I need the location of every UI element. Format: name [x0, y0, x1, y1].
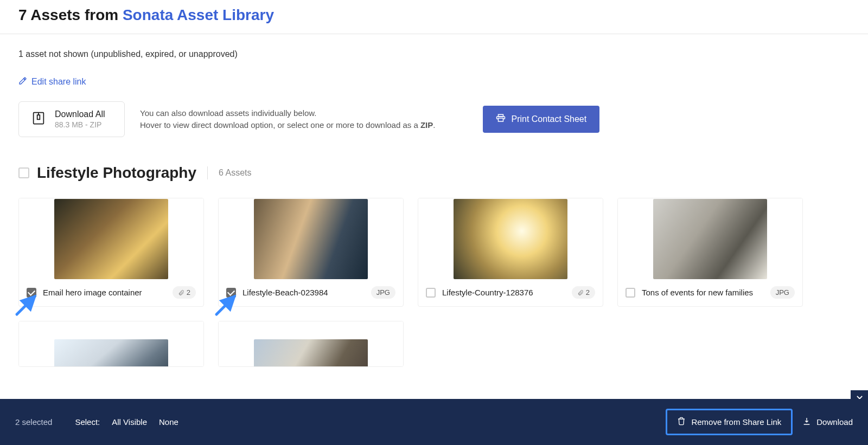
- edit-share-link-label: Edit share link: [31, 77, 86, 87]
- selection-footer-bar: 2 selected Select: All Visible None Remo…: [0, 399, 868, 420]
- asset-thumbnail[interactable]: [219, 321, 403, 367]
- pencil-icon: [18, 76, 27, 87]
- asset-card[interactable]: [218, 321, 404, 367]
- asset-checkbox[interactable]: [626, 288, 635, 298]
- asset-name: Tons of events for new families: [642, 288, 753, 297]
- select-all-visible[interactable]: All Visible: [112, 417, 147, 420]
- asset-thumbnail[interactable]: [19, 198, 203, 280]
- download-all-button[interactable]: Download All 88.3 MB - ZIP: [18, 101, 125, 137]
- library-link[interactable]: Sonata Asset Library: [123, 7, 274, 23]
- section-title: Lifestyle Photography: [37, 164, 196, 182]
- asset-card[interactable]: Email hero image container2: [18, 198, 204, 307]
- assets-not-shown-text: 1 asset not shown (unpublished, expired,…: [18, 49, 850, 59]
- asset-card[interactable]: Lifestyle-Country-1283762: [418, 198, 603, 307]
- download-btn-label: Download: [816, 417, 853, 420]
- file-type-badge: JPG: [770, 286, 795, 299]
- file-type-badge: JPG: [371, 286, 395, 299]
- select-none[interactable]: None: [159, 417, 178, 420]
- remove-from-share-link-button[interactable]: Remove from Share Link: [666, 409, 793, 420]
- download-help-text: You can also download assets individuall…: [140, 107, 435, 132]
- selected-count: 2 selected: [15, 417, 52, 420]
- paperclip-icon: [577, 289, 584, 296]
- asset-name: Lifestyle-Country-128376: [442, 288, 533, 297]
- paperclip-icon: [178, 289, 184, 296]
- select-label: Select:: [75, 417, 100, 420]
- download-selected-button[interactable]: Download: [802, 417, 853, 420]
- asset-thumbnail[interactable]: [418, 198, 603, 280]
- print-btn-label: Print Contact Sheet: [511, 114, 586, 124]
- asset-checkbox[interactable]: [426, 288, 436, 298]
- asset-thumbnail[interactable]: [618, 198, 802, 280]
- zip-file-icon: [31, 111, 46, 128]
- asset-card[interactable]: [18, 321, 204, 367]
- trash-icon: [677, 417, 686, 420]
- remove-btn-label: Remove from Share Link: [691, 417, 781, 420]
- asset-thumbnail[interactable]: [19, 321, 203, 367]
- download-all-sub: 88.3 MB - ZIP: [55, 120, 105, 129]
- attachment-count-badge: 2: [173, 286, 196, 299]
- svg-rect-4: [499, 118, 503, 121]
- asset-name: Email hero image container: [43, 288, 142, 297]
- asset-checkbox[interactable]: [27, 288, 36, 298]
- svg-rect-1: [37, 115, 40, 119]
- download-all-label: Download All: [55, 109, 105, 119]
- attachment-count-badge: 2: [572, 286, 595, 299]
- print-contact-sheet-button[interactable]: Print Contact Sheet: [483, 106, 599, 133]
- asset-card[interactable]: Tons of events for new familiesJPG: [617, 198, 803, 307]
- edit-share-link[interactable]: Edit share link: [18, 76, 86, 87]
- section-checkbox[interactable]: [18, 167, 29, 178]
- section-count: 6 Assets: [219, 168, 251, 178]
- print-icon: [496, 113, 506, 125]
- asset-checkbox[interactable]: [226, 288, 236, 298]
- page-title-prefix: 7 Assets from: [18, 7, 123, 23]
- download-icon: [802, 417, 811, 420]
- page-title: 7 Assets from Sonata Asset Library: [0, 0, 868, 34]
- asset-thumbnail[interactable]: [219, 198, 403, 280]
- asset-card[interactable]: Lifestyle-Beach-023984JPG: [218, 198, 404, 307]
- divider: [207, 166, 208, 179]
- asset-name: Lifestyle-Beach-023984: [242, 288, 328, 297]
